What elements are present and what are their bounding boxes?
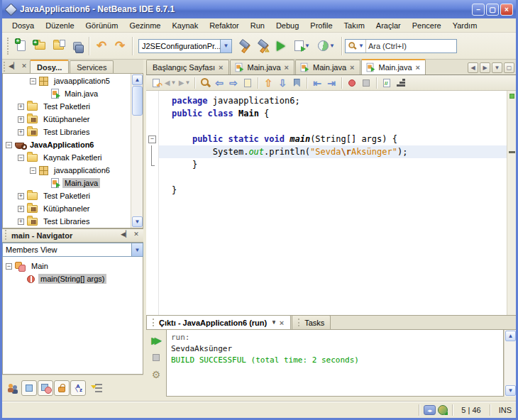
- menu-item[interactable]: Refaktor: [204, 20, 245, 31]
- tree-item[interactable]: −Kaynak Paketleri: [3, 151, 131, 164]
- redo-button[interactable]: ↷: [111, 37, 129, 55]
- show-static-filter-button[interactable]: [38, 380, 53, 396]
- toggle-highlight-button[interactable]: [241, 77, 255, 89]
- tree-item[interactable]: Main.java: [3, 87, 131, 100]
- scroll-tabs-left-icon[interactable]: ◀: [468, 62, 478, 73]
- tree-item[interactable]: +Test Libraries: [3, 126, 131, 138]
- tab-files[interactable]: Dosy...: [30, 60, 69, 73]
- tree-item[interactable]: −JavaApplication6: [3, 138, 131, 151]
- expander-icon[interactable]: +: [18, 104, 24, 110]
- configuration-combobox[interactable]: J2SEConfigurationPr... ▼: [138, 39, 232, 53]
- navigator-tree[interactable]: −Mainmain(String[] args): [2, 257, 143, 375]
- scroll-up-icon[interactable]: ▲: [505, 331, 516, 341]
- scrollbar-thumb[interactable]: [132, 86, 143, 116]
- expander-icon[interactable]: +: [18, 193, 24, 199]
- profile-project-button[interactable]: ▼: [314, 37, 338, 55]
- find-previous-button[interactable]: ⇦: [212, 77, 226, 89]
- scroll-tabs-right-icon[interactable]: ▶: [480, 62, 490, 73]
- run-project-button[interactable]: [272, 37, 290, 55]
- new-file-button[interactable]: +: [12, 37, 31, 55]
- close-tab-icon[interactable]: ×: [218, 63, 224, 72]
- editor-tab[interactable]: Main.java×: [361, 59, 426, 74]
- expander-icon[interactable]: +: [18, 129, 24, 136]
- close-tab-icon[interactable]: ×: [279, 319, 285, 327]
- expander-icon[interactable]: −: [30, 167, 36, 174]
- menu-item[interactable]: Run: [245, 20, 270, 31]
- clean-build-button[interactable]: [253, 37, 272, 55]
- inherited-members-icon[interactable]: [5, 380, 21, 396]
- no-errors-indicator[interactable]: [509, 94, 514, 99]
- sort-alphabetically-button[interactable]: A﹨z: [70, 380, 86, 396]
- expander-icon[interactable]: −: [18, 155, 24, 161]
- next-occurrence-button[interactable]: ⇩: [275, 77, 290, 89]
- tab-services[interactable]: Services: [70, 60, 114, 73]
- tab-tasks[interactable]: Tasks: [292, 315, 331, 329]
- menu-item[interactable]: Dosya: [6, 20, 40, 31]
- comment-button[interactable]: [380, 77, 394, 89]
- navigator-view-selector[interactable]: Members View ▼: [2, 243, 143, 257]
- toggle-bookmark-button[interactable]: [290, 77, 304, 89]
- scroll-down-icon[interactable]: ▼: [132, 216, 143, 227]
- forward-button[interactable]: ▶▼: [177, 77, 192, 89]
- expander-icon[interactable]: +: [18, 219, 24, 225]
- close-window-button[interactable]: ×: [500, 4, 513, 16]
- ant-settings-icon[interactable]: ⚙: [148, 367, 164, 382]
- close-panel-icon[interactable]: ✕: [131, 230, 141, 240]
- menu-item[interactable]: Gezinme: [123, 20, 166, 31]
- minimize-panel-icon[interactable]: ◀▏: [121, 230, 131, 240]
- output-scrollbar[interactable]: ▲ ▼: [504, 330, 516, 397]
- find-selection-button[interactable]: [198, 77, 212, 89]
- rerun-button[interactable]: ▶▶: [148, 333, 164, 348]
- menu-item[interactable]: Takım: [338, 20, 370, 31]
- expander-icon[interactable]: −: [6, 263, 12, 270]
- last-edit-position-button[interactable]: [149, 77, 163, 89]
- back-button[interactable]: ◀▼: [163, 77, 177, 89]
- scroll-down-icon[interactable]: ▼: [505, 385, 516, 396]
- minimize-output-icon[interactable]: ▾: [272, 321, 275, 324]
- close-tab-icon[interactable]: ×: [349, 63, 355, 72]
- close-tab-icon[interactable]: ×: [284, 63, 290, 72]
- tree-item[interactable]: +Test Paketleri: [3, 189, 131, 202]
- minimize-panel-icon[interactable]: ◀▏: [9, 62, 18, 72]
- projects-tree[interactable]: −javaapplication5Main.java+Test Paketler…: [3, 74, 131, 228]
- previous-occurrence-button[interactable]: ⇧: [261, 77, 275, 89]
- menu-item[interactable]: Kaynak: [166, 20, 204, 31]
- fold-gutter[interactable]: [146, 91, 159, 315]
- tree-item[interactable]: main(String[] args): [3, 272, 143, 285]
- close-panel-icon[interactable]: ✕: [19, 62, 29, 72]
- tree-item[interactable]: +Test Libraries: [3, 215, 131, 228]
- tree-item[interactable]: +Kütüphaneler: [3, 202, 131, 215]
- start-macro-recording-button[interactable]: [345, 77, 359, 89]
- stop-button[interactable]: [148, 350, 164, 365]
- chevron-down-icon[interactable]: ▼: [131, 243, 143, 256]
- chevron-down-icon[interactable]: ▼: [220, 40, 231, 52]
- tree-item[interactable]: Main.java: [3, 177, 131, 189]
- projects-scrollbar[interactable]: ▲ ▼: [131, 74, 143, 228]
- uncomment-button[interactable]: [394, 77, 408, 89]
- tree-item[interactable]: +Test Paketleri: [3, 100, 131, 113]
- shift-right-button[interactable]: ⇥: [324, 77, 338, 89]
- editor-tab[interactable]: Main.java×: [230, 60, 295, 74]
- expander-icon[interactable]: −: [6, 142, 12, 148]
- editor-area[interactable]: package javaapplication6;public class Ma…: [146, 91, 516, 315]
- open-project-button[interactable]: [49, 37, 67, 55]
- new-project-button[interactable]: +: [31, 37, 49, 55]
- search-input[interactable]: [366, 42, 450, 50]
- update-center-icon[interactable]: [438, 405, 448, 415]
- expander-icon[interactable]: −: [30, 78, 36, 84]
- menu-item[interactable]: Yardım: [447, 20, 483, 31]
- tab-output[interactable]: Çıktı - JavaApplication6 (run) ▾ ×: [146, 315, 291, 329]
- stop-macro-recording-button[interactable]: [359, 77, 373, 89]
- expander-icon[interactable]: +: [18, 206, 24, 212]
- minimize-window-button[interactable]: –: [472, 4, 485, 16]
- fold-gutter-line[interactable]: [146, 133, 158, 145]
- debug-project-button[interactable]: ▼: [290, 37, 314, 55]
- menu-item[interactable]: Profile: [304, 20, 338, 31]
- find-next-button[interactable]: ⇨: [226, 77, 241, 89]
- sort-by-source-button[interactable]: [91, 380, 106, 396]
- tree-item[interactable]: +Kütüphaneler: [3, 113, 131, 126]
- maximize-editor-icon[interactable]: ▢: [504, 62, 514, 73]
- menu-item[interactable]: Görünüm: [80, 20, 124, 31]
- menu-item[interactable]: Pencere: [407, 20, 447, 31]
- shift-left-button[interactable]: ⇤: [310, 77, 324, 89]
